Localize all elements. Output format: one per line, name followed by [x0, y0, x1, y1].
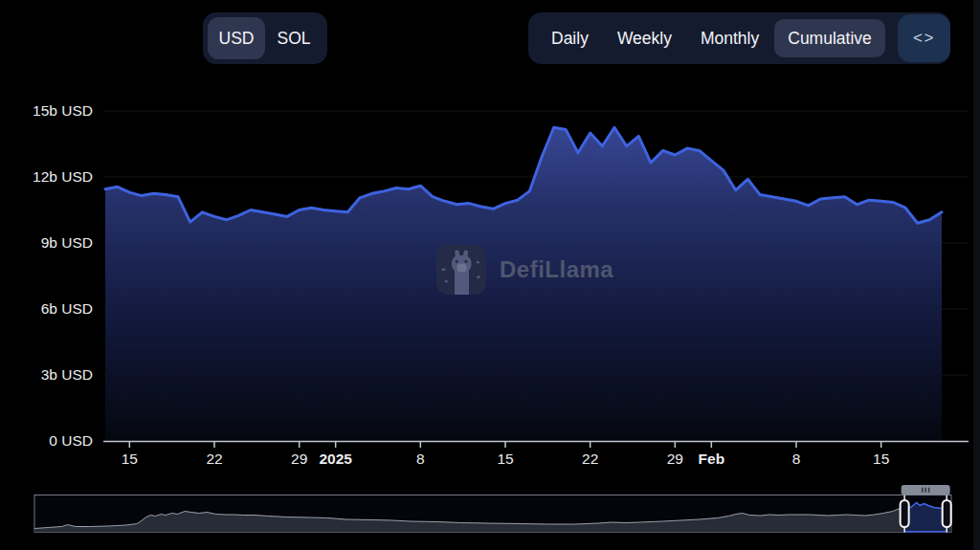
x-tick-label: 15	[99, 450, 160, 469]
drag-grip-icon	[922, 488, 930, 493]
interval-tabs: Daily Weekly Monthly Cumulative <>	[528, 12, 950, 64]
y-tick-label: 15b USD	[0, 101, 93, 121]
x-tick-label: 8	[390, 450, 451, 469]
tab-daily[interactable]: Daily	[538, 19, 602, 57]
currency-option-sol[interactable]: SOL	[265, 17, 323, 59]
x-tick-label: 15	[851, 450, 912, 469]
y-tick-label: 0 USD	[0, 431, 93, 451]
brush-drag-bar[interactable]	[902, 485, 950, 495]
x-axis	[103, 442, 969, 449]
tab-cumulative[interactable]: Cumulative	[774, 19, 885, 57]
x-tick-label: 8	[766, 450, 827, 469]
y-tick-label: 9b USD	[0, 233, 93, 253]
tab-monthly[interactable]: Monthly	[687, 19, 772, 57]
x-tick-label: 15	[475, 450, 536, 469]
x-tick-label: 22	[560, 450, 621, 469]
brush-left-handle[interactable]	[901, 500, 909, 527]
currency-toggle: USD SOL	[203, 12, 327, 64]
area-fill	[105, 127, 942, 441]
x-tick-label: Feb	[680, 450, 742, 469]
adjacent-panel-edge	[973, 0, 980, 550]
brush-right-handle[interactable]	[943, 500, 951, 527]
navigator-brush[interactable]	[34, 485, 951, 533]
defillama-tvl-chart-page: DefiLlama USD SOL Daily Weekly Monthly C…	[0, 0, 980, 550]
embed-button[interactable]: <>	[898, 14, 950, 62]
y-tick-label: 3b USD	[0, 365, 93, 385]
x-tick-label: 2025	[305, 450, 367, 469]
tab-weekly[interactable]: Weekly	[604, 19, 685, 57]
y-tick-label: 6b USD	[0, 299, 93, 319]
x-tick-label: 22	[184, 450, 245, 469]
embed-code-icon: <>	[913, 29, 935, 48]
currency-option-usd[interactable]: USD	[208, 17, 265, 59]
y-tick-label: 12b USD	[0, 167, 93, 187]
